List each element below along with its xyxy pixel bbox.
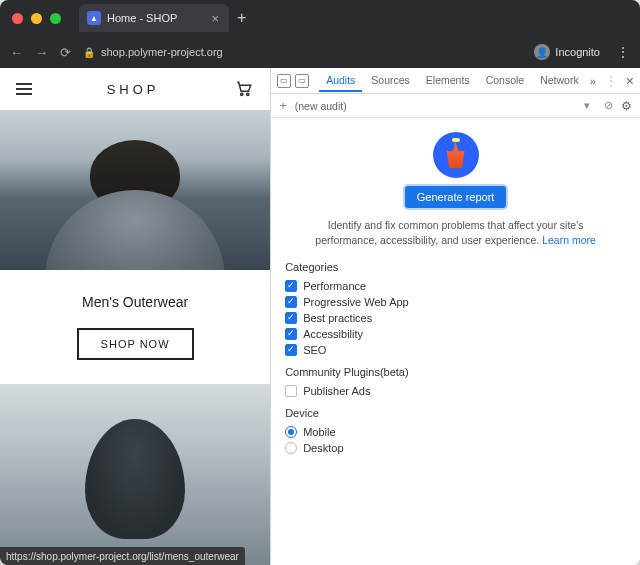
device-toggle-icon[interactable]: ▭ <box>295 74 309 88</box>
option-label: Publisher Ads <box>303 385 370 397</box>
tab-network[interactable]: Network <box>533 70 586 92</box>
incognito-indicator[interactable]: 👤 Incognito <box>534 44 600 60</box>
categories-title: Categories <box>285 261 626 273</box>
incognito-icon: 👤 <box>534 44 550 60</box>
device-title: Device <box>285 407 626 419</box>
inspect-element-icon[interactable]: ▭ <box>277 74 291 88</box>
section-block: Men's Outerwear SHOP NOW <box>0 270 270 384</box>
category-option[interactable]: Progressive Web App <box>285 294 626 310</box>
window-titlebar: ▲ Home - SHOP × + <box>0 0 640 36</box>
svg-point-1 <box>247 93 249 95</box>
content-area: SHOP Men's Outerwear SHOP NOW https://sh… <box>0 68 640 565</box>
option-label: Performance <box>303 280 366 292</box>
audits-description: Identify and fix common problems that af… <box>285 218 626 247</box>
category-option[interactable]: Performance <box>285 278 626 294</box>
address-bar[interactable]: 🔒 shop.polymer-project.org <box>83 46 522 58</box>
device-option[interactable]: Desktop <box>285 440 626 456</box>
devtools-panel: ▭ ▭ Audits Sources Elements Console Netw… <box>270 68 640 565</box>
section-title: Men's Outerwear <box>0 294 270 310</box>
hero-image-top <box>0 110 270 270</box>
browser-window: ▲ Home - SHOP × + ← → ⟳ 🔒 shop.polymer-p… <box>0 0 640 565</box>
webpage: SHOP Men's Outerwear SHOP NOW https://sh… <box>0 68 270 565</box>
checkbox-icon[interactable] <box>285 296 297 308</box>
more-tabs-icon[interactable]: » <box>590 75 596 87</box>
audit-selector[interactable]: (new audit) <box>295 100 576 112</box>
back-button[interactable]: ← <box>10 45 23 60</box>
tab-elements[interactable]: Elements <box>419 70 477 92</box>
url-text: shop.polymer-project.org <box>101 46 223 58</box>
checkbox-icon[interactable] <box>285 312 297 324</box>
option-label: Mobile <box>303 426 335 438</box>
category-option[interactable]: Accessibility <box>285 326 626 342</box>
hamburger-menu-icon[interactable] <box>16 83 32 95</box>
option-label: SEO <box>303 344 326 356</box>
site-logo[interactable]: SHOP <box>107 82 160 97</box>
checkbox-icon[interactable] <box>285 385 297 397</box>
shop-now-button[interactable]: SHOP NOW <box>77 328 194 360</box>
window-maximize-button[interactable] <box>50 13 61 24</box>
clear-icon[interactable]: ⊘ <box>604 99 613 112</box>
window-close-button[interactable] <box>12 13 23 24</box>
devtools-tabbar: ▭ ▭ Audits Sources Elements Console Netw… <box>271 68 640 94</box>
option-label: Best practices <box>303 312 372 324</box>
tab-sources[interactable]: Sources <box>364 70 417 92</box>
devtools-close-icon[interactable]: × <box>626 73 634 89</box>
radio-icon[interactable] <box>285 426 297 438</box>
new-tab-button[interactable]: + <box>237 9 246 27</box>
forward-button[interactable]: → <box>35 45 48 60</box>
browser-menu-button[interactable]: ⋮ <box>616 44 630 60</box>
settings-gear-icon[interactable]: ⚙ <box>621 99 632 113</box>
browser-toolbar: ← → ⟳ 🔒 shop.polymer-project.org 👤 Incog… <box>0 36 640 68</box>
option-label: Accessibility <box>303 328 363 340</box>
learn-more-link[interactable]: Learn more <box>542 234 596 246</box>
tab-console[interactable]: Console <box>479 70 532 92</box>
audits-subbar: + (new audit) ▾ ⊘ ⚙ <box>271 94 640 118</box>
category-option[interactable]: Best practices <box>285 310 626 326</box>
site-header: SHOP <box>0 68 270 110</box>
hero-image-bottom <box>0 384 270 565</box>
lighthouse-logo-icon <box>433 132 479 178</box>
category-option[interactable]: SEO <box>285 342 626 358</box>
device-option[interactable]: Mobile <box>285 424 626 440</box>
checkbox-icon[interactable] <box>285 344 297 356</box>
reload-button[interactable]: ⟳ <box>60 45 71 60</box>
tab-close-icon[interactable]: × <box>211 12 219 25</box>
radio-icon[interactable] <box>285 442 297 454</box>
status-url: https://shop.polymer-project.org/list/me… <box>6 551 239 562</box>
chevron-down-icon[interactable]: ▾ <box>584 99 590 112</box>
option-label: Desktop <box>303 442 343 454</box>
plugins-title: Community Plugins(beta) <box>285 366 626 378</box>
generate-report-button[interactable]: Generate report <box>405 186 507 208</box>
svg-point-0 <box>241 93 243 95</box>
favicon-icon: ▲ <box>87 11 101 25</box>
lock-icon: 🔒 <box>83 47 95 58</box>
audits-body: Generate report Identify and fix common … <box>271 118 640 565</box>
browser-tab[interactable]: ▲ Home - SHOP × <box>79 4 229 32</box>
new-audit-icon[interactable]: + <box>279 98 287 113</box>
checkbox-icon[interactable] <box>285 280 297 292</box>
option-label: Progressive Web App <box>303 296 409 308</box>
plugin-option[interactable]: Publisher Ads <box>285 383 626 399</box>
tab-strip: ▲ Home - SHOP × + <box>79 4 628 32</box>
devtools-menu-icon[interactable]: ⋮ <box>604 73 618 89</box>
tab-audits[interactable]: Audits <box>319 70 362 92</box>
window-minimize-button[interactable] <box>31 13 42 24</box>
checkbox-icon[interactable] <box>285 328 297 340</box>
cart-icon[interactable] <box>234 80 254 98</box>
devtools-tabs: Audits Sources Elements Console Network <box>319 70 586 92</box>
status-bar: https://shop.polymer-project.org/list/me… <box>0 547 245 565</box>
incognito-label: Incognito <box>555 46 600 58</box>
tab-title: Home - SHOP <box>107 12 205 24</box>
